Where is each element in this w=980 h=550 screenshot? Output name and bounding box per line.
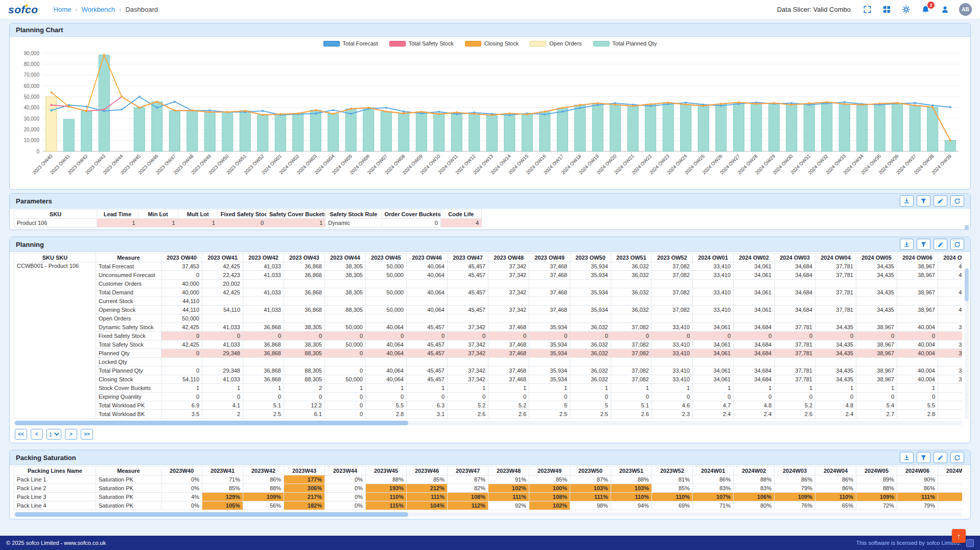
- planning-cell[interactable]: 36,500: [938, 349, 963, 358]
- breadcrumb-item-home[interactable]: Home: [54, 6, 72, 13]
- planning-cell[interactable]: 0: [938, 332, 963, 340]
- planning-cell: 38,967: [897, 306, 938, 314]
- planning-cell[interactable]: 0: [652, 332, 693, 340]
- planning-cell[interactable]: 38,967: [856, 349, 897, 358]
- planning-cell[interactable]: 88,305: [284, 349, 325, 358]
- planning-cell[interactable]: 0: [407, 332, 448, 340]
- planning-cell[interactable]: 0: [161, 349, 202, 358]
- saturation-cell: 217%: [284, 493, 325, 501]
- planning-cell[interactable]: 0: [856, 332, 897, 340]
- planning-cell[interactable]: 40,064: [366, 349, 407, 358]
- planning-cell: 0: [611, 393, 652, 401]
- planning-cell[interactable]: 36,868: [243, 349, 284, 358]
- planning-cell[interactable]: 34,684: [734, 349, 775, 358]
- planning-cell[interactable]: 34,435: [815, 349, 856, 358]
- scrollbar-thumb[interactable]: [965, 225, 969, 230]
- saturation-cell: 92%: [488, 501, 529, 510]
- planning-cell[interactable]: 0: [243, 332, 284, 340]
- packing-line-name: Pack Line 4: [14, 501, 96, 510]
- planning-cell[interactable]: 37,082: [611, 349, 652, 358]
- planning-cell[interactable]: 40,004: [897, 349, 938, 358]
- notifications-bell-icon[interactable]: 2: [920, 5, 930, 15]
- planning-cell[interactable]: 33,410: [652, 349, 693, 358]
- parameters-cell[interactable]: 1: [97, 219, 138, 227]
- user-icon[interactable]: [940, 5, 950, 15]
- refresh-button[interactable]: [950, 239, 964, 250]
- edit-button[interactable]: [934, 452, 947, 463]
- planning-row: Total Demand40,00042,42541,03336,86838,3…: [14, 288, 963, 297]
- breadcrumb-item-workbench[interactable]: Workbench: [82, 6, 115, 13]
- export-button[interactable]: [900, 452, 914, 463]
- planning-cell[interactable]: 0: [325, 332, 366, 340]
- parameters-cell[interactable]: 0: [218, 219, 266, 227]
- last-page-button[interactable]: >>: [81, 429, 93, 440]
- horizontal-scrollbar[interactable]: [14, 421, 962, 425]
- planning-cell[interactable]: 0: [161, 332, 202, 340]
- next-page-button[interactable]: >: [65, 429, 77, 440]
- planning-cell[interactable]: 0: [815, 332, 856, 340]
- edit-button[interactable]: [934, 239, 947, 250]
- apps-grid-icon[interactable]: [881, 5, 892, 15]
- planning-cell: 0: [734, 393, 775, 401]
- parameters-cell[interactable]: 1: [138, 219, 178, 227]
- planning-cell[interactable]: 37,342: [448, 349, 488, 358]
- planning-cell[interactable]: 0: [284, 332, 325, 340]
- page-select[interactable]: 1: [46, 429, 61, 440]
- scroll-to-top-button[interactable]: ↑: [952, 529, 966, 543]
- planning-cell[interactable]: 45,457: [407, 349, 448, 358]
- vertical-scrollbar[interactable]: [965, 268, 969, 419]
- parameters-cell[interactable]: 1: [178, 219, 218, 227]
- planning-cell: 33,410: [652, 375, 693, 384]
- settings-gear-icon[interactable]: [901, 5, 911, 15]
- refresh-button[interactable]: [950, 195, 964, 207]
- vertical-scrollbar[interactable]: [965, 225, 969, 225]
- planning-cell: 37,342: [488, 288, 529, 297]
- saturation-cell: 86%: [897, 484, 938, 493]
- planning-cell[interactable]: 0: [897, 332, 938, 340]
- app-logo[interactable]: sofco: [8, 4, 38, 16]
- planning-cell[interactable]: 37,781: [775, 349, 815, 358]
- app-root: sofco Home›Workbench›Dashboard Data Slic…: [0, 0, 980, 550]
- export-button[interactable]: [900, 195, 914, 207]
- scrollbar-thumb[interactable]: [15, 512, 408, 517]
- fullscreen-icon[interactable]: [862, 5, 872, 15]
- parameters-cell[interactable]: 1: [267, 219, 325, 227]
- refresh-button[interactable]: [950, 452, 964, 463]
- planning-cell[interactable]: 0: [775, 332, 815, 340]
- parameters-cell[interactable]: 4: [440, 219, 481, 227]
- edit-button[interactable]: [934, 195, 947, 207]
- planning-cell[interactable]: 0: [611, 332, 652, 340]
- planning-cell: 0: [161, 271, 202, 280]
- planning-cell: [938, 314, 963, 323]
- planning-cell[interactable]: 0: [202, 332, 243, 340]
- footer-widget-icon[interactable]: [966, 539, 974, 547]
- export-button[interactable]: [900, 239, 914, 250]
- planning-cell[interactable]: 0: [570, 332, 611, 340]
- planning-cell[interactable]: 36,032: [570, 349, 611, 358]
- planning-cell[interactable]: 0: [488, 332, 529, 340]
- data-slicer-label: Data Slicer: Valid Combo: [777, 6, 851, 13]
- planning-cell: [775, 297, 815, 306]
- first-page-button[interactable]: <<: [15, 429, 27, 440]
- scrollbar-thumb[interactable]: [965, 268, 969, 301]
- planning-cell[interactable]: 0: [325, 349, 366, 358]
- filter-button[interactable]: [917, 452, 930, 463]
- user-avatar[interactable]: AB: [959, 3, 972, 16]
- planning-cell: 36,032: [611, 262, 652, 271]
- planning-cell[interactable]: 0: [448, 332, 488, 340]
- planning-cell[interactable]: 29,348: [202, 349, 243, 358]
- planning-cell: 34,061: [734, 306, 775, 314]
- filter-button[interactable]: [917, 239, 930, 250]
- planning-cell: [856, 358, 897, 366]
- planning-cell[interactable]: 0: [529, 332, 570, 340]
- planning-cell[interactable]: 0: [366, 332, 407, 340]
- planning-cell[interactable]: 37,468: [488, 349, 529, 358]
- prev-page-button[interactable]: <: [31, 429, 43, 440]
- planning-cell[interactable]: 0: [734, 332, 775, 340]
- filter-button[interactable]: [917, 195, 930, 207]
- scrollbar-thumb[interactable]: [15, 421, 408, 425]
- horizontal-scrollbar[interactable]: [14, 512, 962, 517]
- planning-cell[interactable]: 34,061: [693, 349, 734, 358]
- planning-cell[interactable]: 0: [693, 332, 734, 340]
- planning-cell[interactable]: 35,934: [529, 349, 570, 358]
